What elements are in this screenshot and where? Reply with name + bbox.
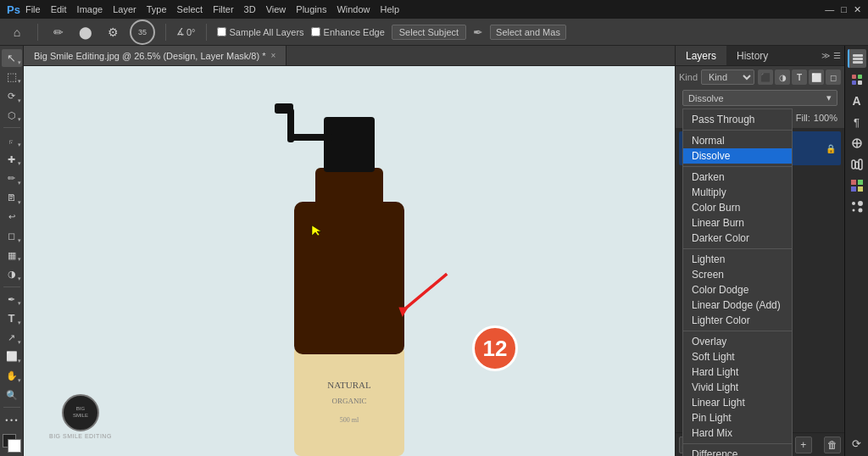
tool-eraser[interactable]: ◻ ▾ <box>2 227 22 245</box>
tool-shape[interactable]: ⬜ ▾ <box>2 348 22 366</box>
properties-icon[interactable] <box>848 134 866 153</box>
select-and-mask-button[interactable]: Select and Mas <box>490 25 566 40</box>
blend-linear-dodge[interactable]: Linear Dodge (Add) <box>683 298 792 313</box>
blend-lighten[interactable]: Lighten <box>683 252 792 267</box>
brush-preset-button[interactable]: ⬤ <box>75 22 96 42</box>
title-bar-menu[interactable]: File Edit Image Layer Type Select Filter… <box>25 4 399 14</box>
blend-mode-dropdown[interactable]: Pass Through Normal Dissolve Darken Mult… <box>682 108 793 456</box>
foreground-background-swatch[interactable] <box>3 434 21 453</box>
delete-layer-button[interactable]: 🗑 <box>824 437 841 453</box>
tool-lasso[interactable]: ⟳ ▾ <box>2 87 22 105</box>
blend-dissolve[interactable]: Dissolve <box>683 148 792 164</box>
menu-filter[interactable]: Filter <box>213 4 233 14</box>
paragraph-icon[interactable]: ¶ <box>848 113 866 131</box>
kind-adjustment-icon[interactable]: ◑ <box>775 70 790 85</box>
sample-all-layers-checkbox[interactable] <box>217 27 226 36</box>
brush-settings-button[interactable]: ⚙ <box>103 22 123 42</box>
svg-rect-4 <box>290 134 332 141</box>
blend-screen[interactable]: Screen <box>683 267 792 282</box>
tool-hand[interactable]: ✋ ▾ <box>2 367 22 385</box>
tool-quick-select[interactable]: ⬡ ▾ <box>2 107 22 125</box>
tool-brush[interactable]: ✏ ▾ <box>2 170 22 187</box>
brush-tool-button[interactable]: ✏ <box>48 22 69 42</box>
tool-marquee[interactable]: ⬚ ▾ <box>2 69 22 86</box>
menu-plugins[interactable]: Plugins <box>296 4 326 14</box>
blend-hard-light[interactable]: Hard Light <box>683 364 792 380</box>
tool-more[interactable]: • • • <box>2 411 22 429</box>
kind-select[interactable]: Kind <box>701 70 754 85</box>
tool-crop[interactable]: ⟔ ▾ <box>2 131 22 149</box>
type-panel-icon[interactable]: A <box>848 92 866 110</box>
panel-expand-icon[interactable]: ≫ <box>821 51 830 60</box>
menu-layer[interactable]: Layer <box>113 4 136 14</box>
blend-pin-light[interactable]: Pin Light <box>683 410 792 425</box>
swatches-icon[interactable] <box>848 176 866 195</box>
blend-mode-button[interactable]: Dissolve ▾ <box>682 90 837 106</box>
tab-history[interactable]: History <box>726 46 778 65</box>
blend-multiply[interactable]: Multiply <box>683 185 792 200</box>
blend-normal[interactable]: Normal <box>683 133 792 148</box>
menu-image[interactable]: Image <box>77 4 103 14</box>
tool-clone[interactable]: 🖹 ▾ <box>2 189 22 207</box>
blend-soft-light[interactable]: Soft Light <box>683 349 792 364</box>
tool-gradient[interactable]: ▦ ▾ <box>2 247 22 264</box>
adjustments-icon[interactable] <box>848 155 866 174</box>
tab-layers[interactable]: Layers <box>676 46 726 65</box>
sample-all-layers-group[interactable]: Sample All Layers <box>217 27 304 37</box>
layers-panel-icon[interactable] <box>848 49 866 68</box>
menu-file[interactable]: File <box>25 4 41 14</box>
tool-type[interactable]: T ▾ <box>2 309 22 327</box>
color-swatches[interactable] <box>3 434 21 453</box>
blend-color-burn[interactable]: Color Burn <box>683 200 792 215</box>
home-button[interactable]: ⌂ <box>7 22 27 42</box>
blend-color-dodge[interactable]: Color Dodge <box>683 282 792 298</box>
tool-path[interactable]: ↗ ▾ <box>2 329 22 347</box>
menu-view[interactable]: View <box>266 4 287 14</box>
menu-help[interactable]: Help <box>381 4 400 14</box>
blend-pass-through[interactable]: Pass Through <box>683 112 792 127</box>
select-subject-button[interactable]: Select Subject <box>392 25 466 40</box>
blend-mode-container[interactable]: Dissolve ▾ Pass Through Normal Dissolve … <box>682 90 837 106</box>
menu-select[interactable]: Select <box>177 4 203 14</box>
menu-3d[interactable]: 3D <box>244 4 256 14</box>
blend-overlay[interactable]: Overlay <box>683 334 792 349</box>
background-swatch[interactable] <box>8 439 21 453</box>
kind-type-icon[interactable]: T <box>792 70 807 85</box>
blend-hard-mix[interactable]: Hard Mix <box>683 425 792 441</box>
title-bar-controls[interactable]: — □ ✕ <box>825 4 861 15</box>
kind-shape-icon[interactable]: ⬜ <box>809 70 824 85</box>
new-layer-button[interactable]: + <box>795 437 812 453</box>
blend-lighter-color[interactable]: Lighter Color <box>683 313 792 328</box>
maximize-button[interactable]: □ <box>841 4 847 15</box>
blend-difference[interactable]: Difference <box>683 447 792 456</box>
enhance-edge-group[interactable]: Enhance Edge <box>311 27 385 37</box>
menu-window[interactable]: Window <box>337 4 370 14</box>
menu-type[interactable]: Type <box>147 4 167 14</box>
blend-darker-color[interactable]: Darker Color <box>683 231 792 246</box>
close-button[interactable]: ✕ <box>854 4 861 15</box>
canvas-tab[interactable]: Big Smile Editing.jpg @ 26.5% (Design, L… <box>24 46 287 65</box>
tool-healing[interactable]: ✚ ▾ <box>2 151 22 169</box>
tool-dodge[interactable]: ◑ ▾ <box>2 265 22 283</box>
tool-move[interactable]: ↖ ▾ <box>2 49 22 67</box>
kind-smart-icon[interactable]: ◻ <box>826 70 841 85</box>
tool-history-brush[interactable]: ↩ <box>2 209 22 226</box>
brush-presets-icon[interactable] <box>848 197 866 216</box>
menu-edit[interactable]: Edit <box>51 4 67 14</box>
tool-pen[interactable]: ✒ ▾ <box>2 291 22 309</box>
panel-menu-icon[interactable]: ☰ <box>833 51 841 60</box>
enhance-edge-checkbox[interactable] <box>311 27 320 36</box>
brush-icon: ✏ <box>8 173 15 184</box>
channels-icon[interactable] <box>848 70 866 89</box>
rotate-icon[interactable]: ⟳ <box>848 434 866 453</box>
blend-darken[interactable]: Darken <box>683 170 792 185</box>
kind-pixel-icon[interactable]: ⬛ <box>758 70 773 85</box>
minimize-button[interactable]: — <box>825 4 834 15</box>
canvas-content[interactable]: NATURAL ORGANIC 500 ml BIGSMILE BIG SMIL… <box>24 66 675 456</box>
blend-vivid-light[interactable]: Vivid Light <box>683 380 792 395</box>
blend-linear-light[interactable]: Linear Light <box>683 395 792 410</box>
gradient-icon: ▦ <box>8 250 16 261</box>
canvas-tab-close[interactable]: × <box>270 51 275 60</box>
tool-zoom[interactable]: 🔍 <box>2 386 22 404</box>
blend-linear-burn[interactable]: Linear Burn <box>683 215 792 231</box>
